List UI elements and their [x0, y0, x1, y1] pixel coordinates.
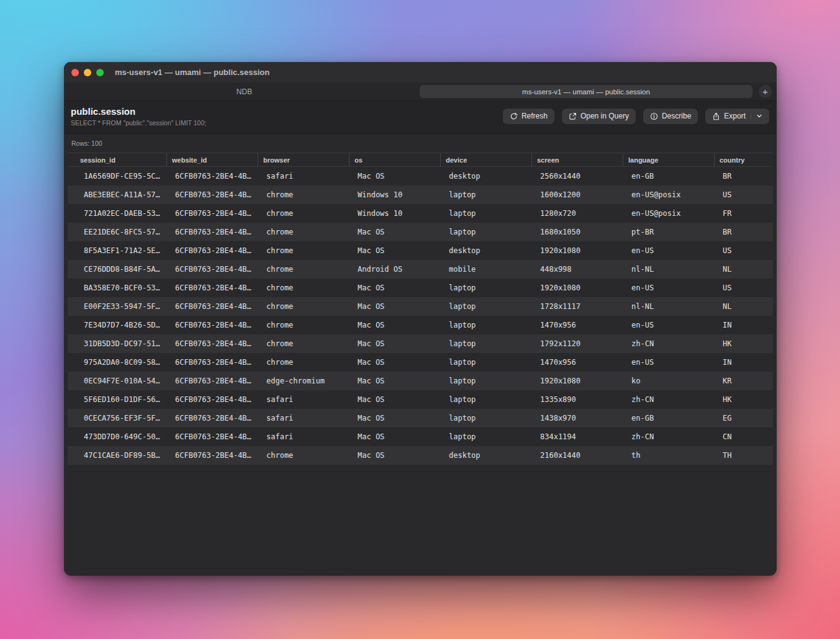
cell-device: desktop [440, 172, 531, 181]
app-name: NDB [69, 87, 420, 96]
cell-browser: chrome [258, 190, 349, 199]
cell-screen: 1438x970 [531, 414, 623, 422]
column-header-website-id[interactable]: website_id [166, 153, 258, 166]
cell-screen: 1470x956 [531, 358, 623, 367]
cell-device: laptop [440, 358, 531, 367]
table-row[interactable]: 47C1CAE6-DF89-5B… 6CFB0763-2BE4-4B… chro… [68, 446, 773, 465]
traffic-lights [71, 69, 104, 76]
cell-os: Mac OS [349, 432, 440, 441]
cell-session-id: 975A2DA0-8C09-58… [68, 358, 166, 367]
cell-language: en-US@posix [623, 190, 714, 199]
zoom-button[interactable] [96, 69, 104, 76]
table-row[interactable]: E00F2E33-5947-5F… 6CFB0763-2BE4-4B… chro… [68, 297, 773, 316]
cell-language: zh-CN [623, 395, 714, 404]
cell-website-id: 6CFB0763-2BE4-4B… [166, 246, 258, 255]
refresh-label: Refresh [522, 112, 548, 120]
table-row[interactable]: BA358E70-BCF0-53… 6CFB0763-2BE4-4B… chro… [68, 279, 773, 297]
column-header-country[interactable]: country [714, 153, 773, 166]
cell-os: Windows 10 [349, 190, 440, 199]
describe-button[interactable]: Describe [643, 109, 698, 124]
cell-session-id: 7E34D7D7-4B26-5D… [68, 321, 166, 329]
cell-country: KR [714, 377, 773, 385]
table-row[interactable]: EE21DE6C-8FC5-57… 6CFB0763-2BE4-4B… chro… [68, 223, 773, 241]
table-row[interactable]: 0EC94F7E-010A-54… 6CFB0763-2BE4-4B… edge… [68, 372, 773, 390]
cell-device: laptop [440, 284, 531, 292]
tab-active[interactable]: ms-users-v1 — umami — public.session [420, 85, 752, 98]
cell-os: Mac OS [349, 339, 440, 348]
cell-browser: safari [258, 172, 349, 181]
table-row[interactable]: 7E34D7D7-4B26-5D… 6CFB0763-2BE4-4B… chro… [68, 316, 773, 334]
table-row[interactable]: 1A6569DF-CE95-5C… 6CFB0763-2BE4-4B… safa… [68, 167, 773, 185]
cell-screen: 448x998 [531, 265, 623, 274]
column-header-screen[interactable]: screen [531, 153, 623, 166]
title-bar: ms-users-v1 — umami — public.session [64, 62, 777, 83]
cell-device: laptop [440, 321, 531, 329]
cell-country: FR [714, 209, 773, 218]
cell-website-id: 6CFB0763-2BE4-4B… [166, 190, 258, 199]
column-header-session-id[interactable]: session_id [68, 153, 166, 166]
table-row[interactable]: 5F6ED160-D1DF-56… 6CFB0763-2BE4-4B… safa… [68, 390, 773, 409]
column-header-browser[interactable]: browser [258, 153, 349, 166]
cell-device: laptop [440, 228, 531, 236]
minimize-button[interactable] [84, 69, 91, 76]
cell-session-id: BA358E70-BCF0-53… [68, 284, 166, 292]
export-button[interactable]: Export [705, 109, 769, 124]
cell-screen: 1470x956 [531, 321, 623, 329]
cell-website-id: 6CFB0763-2BE4-4B… [166, 395, 258, 404]
cell-os: Mac OS [349, 414, 440, 422]
cell-os: Mac OS [349, 358, 440, 367]
table-row[interactable]: 473DD7D0-649C-50… 6CFB0763-2BE4-4B… safa… [68, 427, 773, 446]
cell-os: Mac OS [349, 451, 440, 460]
cell-browser: chrome [258, 228, 349, 236]
table-row[interactable]: 8F5A3EF1-71A2-5E… 6CFB0763-2BE4-4B… chro… [68, 241, 773, 260]
share-icon [712, 112, 720, 120]
export-menu-chevron[interactable] [751, 113, 762, 119]
cell-session-id: 0EC94F7E-010A-54… [68, 377, 166, 385]
cell-language: en-GB [623, 172, 714, 181]
cell-browser: chrome [258, 451, 349, 460]
close-button[interactable] [71, 69, 79, 76]
cell-website-id: 6CFB0763-2BE4-4B… [166, 432, 258, 441]
export-label: Export [724, 112, 746, 120]
column-header-language[interactable]: language [623, 153, 714, 166]
plus-icon: + [762, 87, 768, 96]
sql-query-label: SELECT * FROM "public"."session" LIMIT 1… [71, 119, 206, 127]
cell-browser: chrome [258, 265, 349, 274]
cell-device: laptop [440, 209, 531, 218]
open-in-query-button[interactable]: Open in Query [562, 109, 636, 124]
refresh-button[interactable]: Refresh [503, 109, 554, 124]
cell-session-id: 721A02EC-DAEB-53… [68, 209, 166, 218]
cell-session-id: E00F2E33-5947-5F… [68, 302, 166, 311]
cell-browser: chrome [258, 284, 349, 292]
cell-browser: chrome [258, 302, 349, 311]
cell-os: Mac OS [349, 321, 440, 329]
column-header-os[interactable]: os [349, 153, 440, 166]
cell-language: en-GB [623, 414, 714, 422]
cell-language: th [623, 451, 714, 460]
cell-language: en-US [623, 284, 714, 292]
cell-language: nl-NL [623, 302, 714, 311]
table-row[interactable]: 31DB5D3D-DC97-51… 6CFB0763-2BE4-4B… chro… [68, 334, 773, 353]
cell-device: laptop [440, 339, 531, 348]
cell-country: HK [714, 339, 773, 348]
page-title: public.session [71, 106, 206, 117]
column-header-device[interactable]: device [440, 153, 531, 166]
cell-country: US [714, 246, 773, 255]
cell-screen: 1920x1080 [531, 377, 623, 385]
cell-country: US [714, 284, 773, 292]
cell-website-id: 6CFB0763-2BE4-4B… [166, 339, 258, 348]
cell-device: desktop [440, 246, 531, 255]
cell-website-id: 6CFB0763-2BE4-4B… [166, 377, 258, 385]
cell-language: en-US [623, 246, 714, 255]
table-row[interactable]: 721A02EC-DAEB-53… 6CFB0763-2BE4-4B… chro… [68, 204, 773, 223]
cell-country: EG [714, 414, 773, 422]
cell-country: IN [714, 321, 773, 329]
cell-device: laptop [440, 395, 531, 404]
cell-country: CN [714, 432, 773, 441]
new-tab-button[interactable]: + [759, 85, 772, 98]
table-row[interactable]: CE76DDD8-B84F-5A… 6CFB0763-2BE4-4B… chro… [68, 260, 773, 279]
table-row[interactable]: ABE3EBEC-A11A-57… 6CFB0763-2BE4-4B… chro… [68, 185, 773, 204]
table-row[interactable]: 975A2DA0-8C09-58… 6CFB0763-2BE4-4B… chro… [68, 353, 773, 372]
table-row[interactable]: 0CECA756-EF3F-5F… 6CFB0763-2BE4-4B… safa… [68, 409, 773, 427]
toolbar-actions: Refresh Open in Query Describe Export [503, 109, 769, 124]
